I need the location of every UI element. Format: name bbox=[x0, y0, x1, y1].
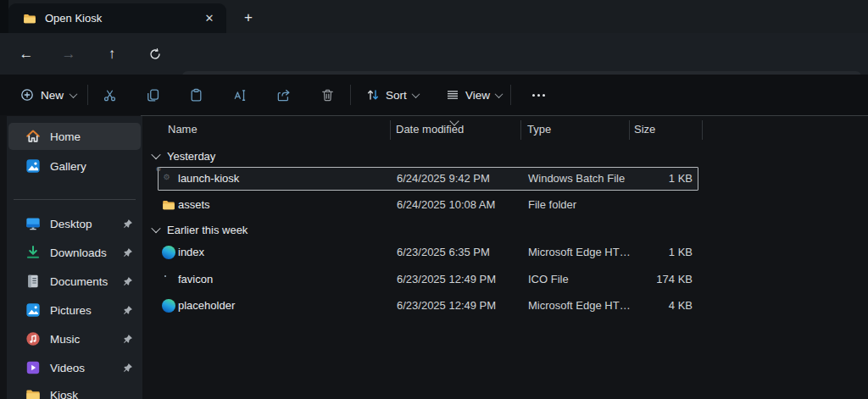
paste-icon[interactable] bbox=[180, 80, 212, 110]
file-name: placeholder bbox=[178, 299, 235, 312]
sort-icon bbox=[366, 88, 380, 102]
view-button[interactable]: View bbox=[439, 80, 509, 110]
file-type: File folder bbox=[528, 198, 576, 211]
group-header-yesterday[interactable]: Yesterday bbox=[153, 148, 215, 163]
sidebar-item-label: Gallery bbox=[50, 160, 141, 173]
documents-icon bbox=[25, 274, 41, 289]
navigation-bar: ← → ↑ Downloads Open Kiosk bbox=[0, 33, 868, 75]
file-name: favicon bbox=[178, 273, 213, 285]
navigation-pane: Home Gallery Desktop bbox=[7, 116, 142, 399]
file-name: assets bbox=[178, 198, 210, 211]
new-tab-button[interactable]: + bbox=[237, 7, 259, 29]
chevron-down-icon bbox=[151, 150, 160, 159]
home-icon bbox=[25, 129, 41, 144]
sidebar-item-label: Home bbox=[50, 130, 141, 143]
column-divider[interactable] bbox=[702, 120, 703, 140]
back-icon[interactable]: ← bbox=[15, 43, 37, 65]
group-label: Yesterday bbox=[167, 150, 215, 163]
column-header-type[interactable]: Type bbox=[527, 123, 551, 136]
explorer-tab[interactable]: Open Kiosk ✕ bbox=[8, 3, 226, 33]
pin-icon bbox=[123, 334, 133, 344]
file-explorer-window: Open Kiosk ✕ + ← → ↑ Downloads Open Kios… bbox=[0, 0, 868, 399]
file-size: 1 KB bbox=[582, 246, 693, 258]
pictures-icon bbox=[25, 302, 41, 318]
pin-icon bbox=[123, 276, 133, 286]
folder-icon bbox=[25, 387, 41, 399]
sort-button-label: Sort bbox=[386, 89, 407, 102]
sidebar-divider bbox=[14, 199, 136, 200]
share-icon[interactable] bbox=[267, 80, 299, 110]
toolbar-divider bbox=[87, 85, 88, 105]
tab-band: Open Kiosk ✕ + bbox=[0, 0, 868, 33]
tab-title: Open Kiosk bbox=[45, 12, 192, 25]
edge-icon bbox=[162, 246, 175, 259]
sidebar-item-downloads[interactable]: Downloads bbox=[8, 239, 141, 266]
pin-icon bbox=[123, 363, 133, 373]
chevron-down-icon bbox=[151, 224, 160, 233]
column-header-size[interactable]: Size bbox=[634, 123, 655, 136]
view-icon bbox=[446, 88, 459, 102]
file-row-assets[interactable]: assets 6/24/2025 10:08 AM File folder bbox=[158, 193, 698, 217]
chevron-down-icon bbox=[495, 90, 504, 98]
file-size: 1 KB bbox=[582, 172, 693, 185]
sidebar-item-kiosk[interactable]: Kiosk bbox=[8, 381, 141, 399]
file-row-favicon[interactable]: favicon 6/23/2025 12:49 PM ICO File 174 … bbox=[158, 268, 698, 291]
rename-icon[interactable] bbox=[224, 80, 256, 110]
cut-icon[interactable] bbox=[93, 80, 125, 110]
sidebar-item-music[interactable]: Music bbox=[8, 325, 141, 352]
sidebar-item-label: Kiosk bbox=[50, 389, 141, 399]
toolbar-divider bbox=[350, 85, 351, 105]
chevron-down-icon bbox=[411, 90, 420, 98]
column-divider[interactable] bbox=[390, 120, 391, 140]
content-area: Home Gallery Desktop bbox=[0, 115, 868, 399]
refresh-icon[interactable] bbox=[144, 43, 166, 65]
delete-icon[interactable] bbox=[311, 80, 343, 110]
new-button[interactable]: New bbox=[12, 80, 85, 110]
file-type: ICO File bbox=[528, 273, 569, 285]
command-bar: New Sort bbox=[0, 75, 868, 115]
file-row-index[interactable]: index 6/23/2025 6:35 PM Microsoft Edge H… bbox=[158, 241, 698, 264]
sidebar-item-documents[interactable]: Documents bbox=[8, 268, 141, 295]
column-divider[interactable] bbox=[520, 120, 521, 140]
close-tab-icon[interactable]: ✕ bbox=[201, 10, 218, 27]
downloads-icon bbox=[25, 245, 41, 260]
file-size: 174 KB bbox=[582, 273, 693, 285]
sidebar-item-gallery[interactable]: Gallery bbox=[8, 152, 141, 180]
group-label: Earlier this week bbox=[167, 224, 248, 236]
sidebar-item-pictures[interactable]: Pictures bbox=[8, 296, 141, 324]
chevron-down-icon bbox=[70, 90, 78, 98]
file-size: 4 KB bbox=[582, 299, 693, 312]
file-row-placeholder[interactable]: placeholder 6/23/2025 12:49 PM Microsoft… bbox=[158, 294, 698, 318]
file-name: index bbox=[178, 246, 204, 258]
music-icon bbox=[25, 331, 41, 346]
new-button-label: New bbox=[41, 89, 64, 102]
up-icon[interactable]: ↑ bbox=[101, 43, 123, 65]
view-button-label: View bbox=[465, 89, 490, 102]
column-header-name[interactable]: Name bbox=[168, 123, 198, 136]
column-divider[interactable] bbox=[629, 120, 630, 140]
file-date: 6/23/2025 6:35 PM bbox=[397, 246, 490, 258]
file-date: 6/24/2025 10:08 AM bbox=[397, 198, 495, 211]
file-date: 6/23/2025 12:49 PM bbox=[397, 273, 496, 285]
file-row-launch-kiosk[interactable]: launch-kiosk 6/24/2025 9:42 PM Windows B… bbox=[158, 167, 698, 191]
desktop-icon bbox=[25, 216, 41, 231]
window-corner bbox=[0, 0, 8, 33]
more-icon[interactable] bbox=[522, 80, 554, 110]
new-item-icon bbox=[20, 88, 34, 102]
sort-button[interactable]: Sort bbox=[359, 80, 426, 110]
file-name: launch-kiosk bbox=[178, 172, 239, 185]
pin-icon bbox=[123, 247, 133, 258]
toolbar-divider bbox=[510, 85, 511, 105]
group-header-earlier-this-week[interactable]: Earlier this week bbox=[153, 222, 248, 237]
folder-icon bbox=[162, 198, 175, 212]
videos-icon bbox=[25, 360, 41, 375]
edge-icon bbox=[162, 299, 175, 313]
column-header-date-modified[interactable]: Date modified bbox=[396, 123, 464, 136]
file-list: Name Date modified Type Size Yesterday l… bbox=[144, 116, 868, 399]
sidebar-item-home[interactable]: Home bbox=[8, 123, 141, 150]
forward-icon[interactable]: → bbox=[58, 43, 80, 65]
sidebar-item-videos[interactable]: Videos bbox=[8, 354, 141, 381]
copy-icon[interactable] bbox=[136, 80, 169, 110]
folder-icon bbox=[23, 12, 36, 25]
sidebar-item-desktop[interactable]: Desktop bbox=[8, 210, 141, 237]
